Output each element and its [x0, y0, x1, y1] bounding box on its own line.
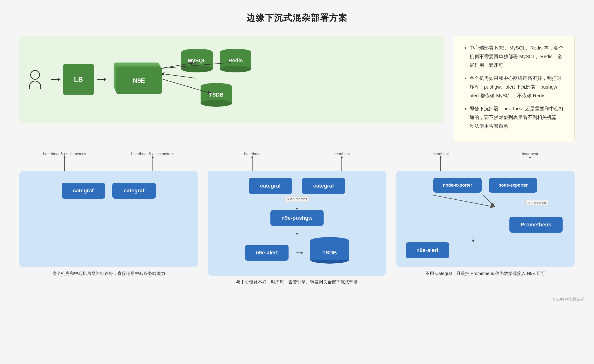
footer: CSDN @无忧奈铺	[0, 294, 594, 304]
svg-line-5	[432, 195, 495, 207]
top-section: LB N9E M	[0, 31, 594, 147]
n9e-stack: N9E	[114, 63, 162, 96]
panel3-desc: 不用 Categraf，只是把 Prometheus 作为数据源接入 N9E 即…	[425, 271, 545, 276]
panel2-hb-label2: heartbeat	[333, 152, 350, 156]
panel3-pull-area: pull metrics	[403, 193, 567, 217]
panel2-hb-label1: heartbeat	[244, 152, 261, 156]
panel1-hb-label2: heartbeat & push metrics	[131, 152, 174, 156]
panel1-categraf1: categraf	[62, 183, 105, 199]
panel3-top-row: node-exporter node-exporter	[433, 178, 537, 193]
panel1-desc: 这个机房和中心机房网络链路好，直接使用中心服务端能力	[52, 271, 165, 276]
right-dbs: MySQL Redis	[181, 49, 251, 110]
panel2-pushgw-row: n9e-pushgw	[270, 210, 324, 226]
panel2-categraf1: categraf	[249, 178, 292, 194]
panel1-categraf2: categraf	[112, 183, 156, 199]
note-item-3: 即使下沉部署，heartbeat 还是需要和中心打通的，要不然对象列表里看不到相…	[470, 104, 565, 130]
panel3-bottom-row: n9e-alert	[403, 242, 567, 258]
page-title: 边缘下沉式混杂部署方案	[0, 0, 594, 31]
panel3-hb-label2: heartbeat	[522, 152, 538, 156]
panel1-connectors	[19, 156, 198, 171]
panel2-pushgw: n9e-pushgw	[270, 210, 324, 226]
panel2-connectors	[208, 156, 386, 171]
person-icon	[29, 70, 41, 89]
svg-line-6	[483, 195, 495, 207]
panel3-blue-card: node-exporter node-exporter pull metrics	[396, 171, 575, 267]
arrow-person-to-lb	[51, 79, 60, 80]
mysql-db: MySQL	[181, 49, 213, 76]
panel3-node-exp1: node-exporter	[433, 178, 482, 193]
panel3-alert: n9e-alert	[406, 242, 449, 258]
panel3-prom-alert-arrow	[473, 235, 498, 242]
panel2-categraf2: categraf	[302, 178, 345, 194]
panel2-push-area: push metrics	[284, 196, 309, 210]
panel3-prometheus: Prometheus	[509, 217, 563, 233]
panel3-hb-labels: heartbeat heartbeat	[396, 152, 575, 156]
panel2: heartbeat heartbeat categraf categraf	[208, 152, 386, 285]
arrow-lb-to-n9e	[97, 79, 106, 80]
pull-metrics-label: pull metrics	[525, 200, 548, 205]
panel2-blue-card: categraf categraf push metrics n9e-pushg…	[208, 171, 386, 276]
panel2-desc: 与中心链路不好，时序库、告警引擎、转发网关全部下沉式部署	[236, 279, 358, 285]
panel1-hb-labels: heartbeat & push metrics heartbeat & pus…	[19, 152, 198, 156]
panel2-top-row: categraf categraf	[249, 178, 345, 194]
panel2-tsdb: TSDB	[310, 237, 349, 268]
center-arch: LB N9E M	[19, 36, 444, 123]
panel1: heartbeat & push metrics heartbeat & pus…	[19, 152, 198, 285]
panel3-prometheus-row: Prometheus	[403, 217, 567, 233]
panel3-connectors	[396, 156, 575, 171]
panel2-alert: n9e-alert	[245, 245, 289, 261]
panel2-bottom-row: n9e-alert TSDB	[245, 237, 349, 268]
panel1-blue-card: categraf categraf	[19, 171, 198, 267]
panel3-hb-label1: heartbeat	[433, 152, 449, 156]
panel2-hb-labels: heartbeat heartbeat	[208, 152, 386, 156]
panel3-node-exp2: node-exporter	[489, 178, 537, 193]
lb-box: LB	[63, 64, 94, 95]
tsdb-db: TSDB	[201, 83, 232, 110]
panel1-boxes: categraf categraf	[62, 183, 156, 199]
note-item-2: 各个机房如果和中心网络链路不好，则把时序库、pushgw、alert 下沉部署。…	[470, 74, 565, 100]
push-metrics-label: push metrics	[284, 196, 309, 202]
redis-db: Redis	[220, 49, 251, 76]
bottom-section: heartbeat & push metrics heartbeat & pus…	[0, 152, 594, 294]
panel3: heartbeat heartbeat node-exporter node-e…	[396, 152, 575, 285]
notes-panel: 中心端部署 N9E、MySQL、Redis 等，各个机房不需要再单独部署 MyS…	[454, 36, 575, 142]
note-item-1: 中心端部署 N9E、MySQL、Redis 等，各个机房不需要再单独部署 MyS…	[470, 43, 565, 70]
panel1-hb-label1: heartbeat & push metrics	[43, 152, 86, 156]
